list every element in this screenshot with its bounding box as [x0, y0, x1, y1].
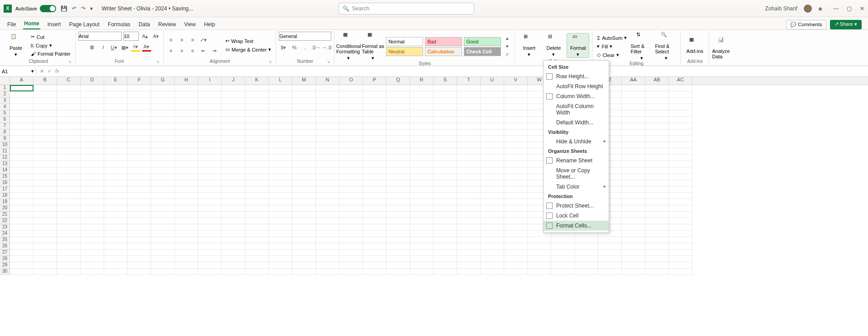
font-launcher[interactable]: ↘	[156, 59, 160, 64]
cell[interactable]	[222, 136, 245, 142]
cell[interactable]	[504, 250, 528, 256]
cell[interactable]	[504, 180, 528, 186]
cell[interactable]	[363, 205, 386, 212]
row-header[interactable]: 17	[0, 186, 10, 193]
cell[interactable]	[57, 129, 81, 136]
cell[interactable]	[104, 237, 128, 243]
cell[interactable]	[316, 142, 339, 148]
row-header[interactable]: 5	[0, 110, 10, 117]
cell[interactable]	[198, 193, 222, 199]
cell[interactable]	[245, 174, 269, 180]
cell[interactable]	[339, 85, 363, 91]
cell[interactable]	[339, 250, 363, 256]
cell[interactable]	[104, 85, 128, 91]
cell[interactable]	[339, 205, 363, 212]
cell[interactable]	[363, 250, 386, 256]
cell[interactable]	[339, 256, 363, 262]
style-bad[interactable]: Bad	[425, 37, 462, 46]
cell[interactable]	[434, 256, 457, 262]
cell[interactable]	[292, 117, 316, 123]
cell[interactable]	[151, 91, 175, 98]
cell[interactable]	[316, 212, 339, 218]
cell[interactable]	[339, 104, 363, 110]
cell[interactable]	[316, 167, 339, 174]
cell[interactable]	[622, 262, 645, 269]
cell[interactable]	[198, 218, 222, 224]
cell[interactable]	[128, 110, 151, 117]
cell[interactable]	[504, 186, 528, 193]
cell[interactable]	[598, 269, 622, 275]
cell[interactable]	[575, 250, 598, 256]
cell[interactable]	[269, 98, 292, 104]
cell[interactable]	[10, 129, 33, 136]
cell[interactable]	[104, 167, 128, 174]
cell[interactable]	[222, 104, 245, 110]
decrease-decimal-icon[interactable]: ←.0	[322, 43, 331, 52]
cell[interactable]	[363, 136, 386, 142]
cell[interactable]	[175, 199, 198, 205]
cell[interactable]	[198, 104, 222, 110]
cell[interactable]	[33, 104, 57, 110]
cell[interactable]	[245, 110, 269, 117]
cell[interactable]	[128, 186, 151, 193]
cell[interactable]	[151, 110, 175, 117]
dd-lock-cell[interactable]: Lock Cell	[544, 211, 609, 221]
cell[interactable]	[33, 167, 57, 174]
cell[interactable]	[292, 256, 316, 262]
cell[interactable]	[457, 262, 481, 269]
cell[interactable]	[175, 243, 198, 250]
cell[interactable]	[292, 237, 316, 243]
cell[interactable]	[363, 129, 386, 136]
cell[interactable]	[622, 205, 645, 212]
cell[interactable]	[245, 91, 269, 98]
cell[interactable]	[504, 155, 528, 161]
cell[interactable]	[81, 212, 104, 218]
cell[interactable]	[363, 98, 386, 104]
cell[interactable]	[504, 231, 528, 237]
cell[interactable]	[363, 237, 386, 243]
find-select-button[interactable]: 🔍Find & Select▾	[655, 32, 677, 61]
cell[interactable]	[269, 167, 292, 174]
cell[interactable]	[645, 155, 669, 161]
cell[interactable]	[151, 262, 175, 269]
cell[interactable]	[504, 117, 528, 123]
cell[interactable]	[175, 148, 198, 155]
cell[interactable]	[151, 205, 175, 212]
cell[interactable]	[669, 218, 692, 224]
cell[interactable]	[245, 256, 269, 262]
cell[interactable]	[481, 123, 504, 129]
cell[interactable]	[57, 161, 81, 167]
column-header[interactable]: O	[339, 77, 363, 85]
cell[interactable]	[175, 218, 198, 224]
cell[interactable]	[104, 98, 128, 104]
column-header[interactable]: S	[434, 77, 457, 85]
cell[interactable]	[57, 186, 81, 193]
cell[interactable]	[434, 110, 457, 117]
align-top-icon[interactable]: ≡	[167, 36, 176, 44]
cell[interactable]	[104, 180, 128, 186]
cell[interactable]	[269, 218, 292, 224]
cell[interactable]	[645, 161, 669, 167]
cell[interactable]	[81, 218, 104, 224]
cell[interactable]	[410, 104, 434, 110]
row-header[interactable]: 27	[0, 250, 10, 256]
cell[interactable]	[151, 136, 175, 142]
cell[interactable]	[151, 174, 175, 180]
cell[interactable]	[292, 161, 316, 167]
cell[interactable]	[386, 224, 410, 231]
cell[interactable]	[57, 205, 81, 212]
align-left-icon[interactable]: ≡	[167, 47, 176, 55]
cell[interactable]	[316, 155, 339, 161]
cell[interactable]	[316, 98, 339, 104]
cell[interactable]	[481, 205, 504, 212]
cell[interactable]	[504, 269, 528, 275]
cell[interactable]	[269, 117, 292, 123]
style-good[interactable]: Good	[464, 37, 501, 46]
clipboard-launcher[interactable]: ↘	[68, 59, 72, 64]
cell[interactable]	[10, 148, 33, 155]
cell[interactable]	[128, 231, 151, 237]
cell[interactable]	[410, 262, 434, 269]
cell[interactable]	[57, 256, 81, 262]
cell[interactable]	[434, 218, 457, 224]
cell[interactable]	[434, 142, 457, 148]
